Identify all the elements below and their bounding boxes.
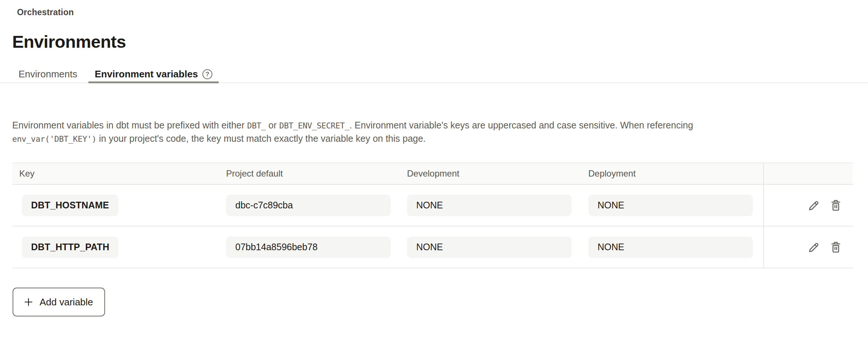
delete-variable-button[interactable] <box>829 241 842 254</box>
key-chip: DBT_HTTP_PATH <box>22 237 118 258</box>
tab-environments-label: Environments <box>18 68 77 80</box>
project-default-chip: dbc-c7c89cba <box>226 195 391 216</box>
column-header-key: Key <box>12 168 226 179</box>
help-icon[interactable]: ? <box>202 69 212 79</box>
column-header-development: Development <box>407 168 588 179</box>
plus-icon <box>23 296 34 308</box>
table-row: DBT_HOSTNAME dbc-c7c89cba NONE NONE <box>12 185 853 227</box>
key-chip: DBT_HOSTNAME <box>22 195 118 216</box>
table-row: DBT_HTTP_PATH 07bb14a8596beb78 NONE NONE <box>12 227 853 268</box>
column-header-project-default: Project default <box>226 168 407 179</box>
project-default-chip: 07bb14a8596beb78 <box>226 237 391 258</box>
development-chip: NONE <box>407 195 572 216</box>
environments-page: Orchestration Environments Environments … <box>0 0 868 342</box>
add-variable-label: Add variable <box>40 296 93 308</box>
tab-environments[interactable]: Environments <box>12 66 84 83</box>
delete-variable-button[interactable] <box>829 199 842 212</box>
description-code-dbt-prefix: DBT_ <box>247 121 266 130</box>
edit-variable-button[interactable] <box>807 241 820 254</box>
page-title: Environments <box>12 31 868 52</box>
pencil-icon <box>807 241 820 254</box>
table-header-row: Key Project default Development Deployme… <box>12 162 853 185</box>
deployment-chip: NONE <box>588 237 753 258</box>
column-header-deployment: Deployment <box>588 168 763 179</box>
trash-icon <box>830 199 842 212</box>
tabs-row: Environments Environment variables ? <box>0 66 868 83</box>
deployment-chip: NONE <box>588 195 753 216</box>
description-segment: Environment variables in dbt must be pre… <box>12 120 247 130</box>
tab-environment-variables[interactable]: Environment variables ? <box>88 66 219 83</box>
description-segment: . Environment variable's keys are upperc… <box>349 120 693 130</box>
description-segment: or <box>266 120 279 130</box>
add-variable-button[interactable]: Add variable <box>13 288 105 316</box>
description-segment: in your project's code, the key must mat… <box>97 133 426 144</box>
environment-variables-table: Key Project default Development Deployme… <box>12 162 853 268</box>
edit-variable-button[interactable] <box>807 199 820 212</box>
trash-icon <box>830 241 842 254</box>
pencil-icon <box>807 199 820 212</box>
breadcrumb: Orchestration <box>17 0 868 17</box>
description-code-secret-prefix: DBT_ENV_SECRET_ <box>279 121 350 130</box>
description-text: Environment variables in dbt must be pre… <box>12 119 752 145</box>
column-header-actions <box>763 163 853 184</box>
development-chip: NONE <box>407 237 572 258</box>
tab-environment-variables-label: Environment variables <box>95 68 198 80</box>
description-code-env-var: env_var('DBT_KEY') <box>12 134 97 144</box>
